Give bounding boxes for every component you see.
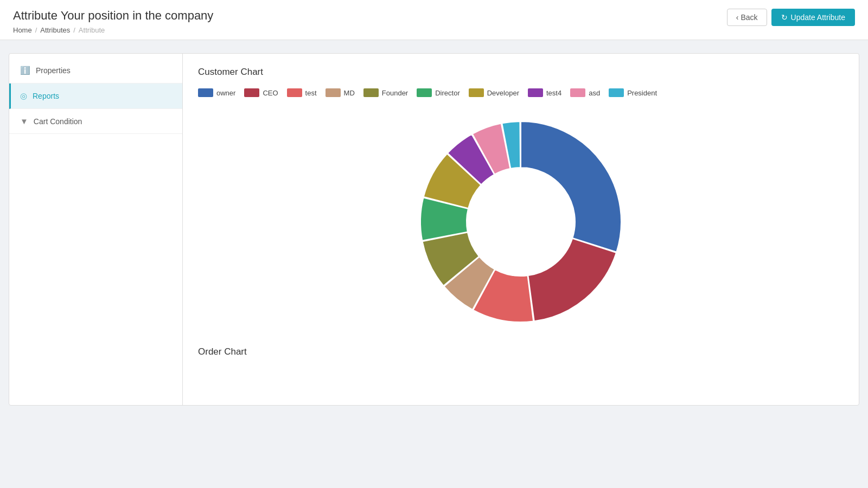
legend-color-asd	[570, 88, 585, 97]
legend-color-md	[326, 88, 341, 97]
breadcrumb-current: Attribute	[79, 26, 105, 34]
legend-label-developer: Developer	[487, 89, 519, 97]
back-button[interactable]: ‹ Back	[727, 9, 767, 26]
legend-item-director: Director	[417, 88, 460, 97]
update-attribute-button[interactable]: ↻ Update Attribute	[771, 9, 855, 26]
legend-color-test	[287, 88, 302, 97]
legend-item-ceo: CEO	[244, 88, 278, 97]
sidebar-item-cart-condition[interactable]: ▼ Cart Condition	[9, 109, 182, 134]
customer-chart-title: Customer Chart	[198, 67, 844, 78]
legend-color-ceo	[244, 88, 259, 97]
legend-label-founder: Founder	[382, 89, 408, 97]
legend-color-test4	[528, 88, 543, 97]
legend-color-president	[609, 88, 624, 97]
sidebar-item-properties[interactable]: ℹ️ Properties	[9, 58, 182, 84]
legend-label-md: MD	[344, 89, 355, 97]
content-panel: Customer Chart owner CEO test MD Founder…	[183, 54, 859, 405]
legend-label-owner: owner	[216, 89, 235, 97]
legend-color-developer	[469, 88, 484, 97]
legend-color-owner	[198, 88, 213, 97]
chart-legend: owner CEO test MD Founder Director Devel…	[198, 88, 844, 97]
legend-item-test4: test4	[528, 88, 561, 97]
main-content: ℹ️ Properties ◎ Reports ▼ Cart Condition…	[9, 53, 859, 406]
legend-label-test4: test4	[546, 89, 561, 97]
legend-label-president: President	[627, 89, 657, 97]
sidebar-item-reports[interactable]: ◎ Reports	[9, 84, 182, 109]
donut-center-circle	[467, 168, 575, 276]
legend-item-president: President	[609, 88, 657, 97]
refresh-icon: ↻	[781, 13, 788, 22]
page-header: Attribute Your position in the company H…	[0, 0, 868, 40]
legend-label-ceo: CEO	[263, 89, 278, 97]
filter-icon: ▼	[20, 117, 28, 126]
info-icon: ℹ️	[20, 66, 30, 75]
breadcrumb-home[interactable]: Home	[13, 26, 32, 34]
legend-item-md: MD	[326, 88, 355, 97]
donut-chart-svg	[407, 108, 635, 336]
legend-item-asd: asd	[570, 88, 600, 97]
chart-icon: ◎	[20, 91, 27, 101]
legend-item-test: test	[287, 88, 317, 97]
legend-item-owner: owner	[198, 88, 235, 97]
legend-label-asd: asd	[589, 89, 600, 97]
order-chart-title: Order Chart	[198, 346, 844, 357]
page-title: Attribute Your position in the company	[13, 9, 213, 23]
legend-color-director	[417, 88, 432, 97]
breadcrumb-attributes[interactable]: Attributes	[40, 26, 70, 34]
legend-label-test: test	[305, 89, 317, 97]
breadcrumb: Home / Attributes / Attribute	[13, 26, 213, 34]
chart-container	[198, 108, 844, 336]
sidebar: ℹ️ Properties ◎ Reports ▼ Cart Condition	[9, 54, 183, 405]
legend-item-founder: Founder	[363, 88, 408, 97]
chevron-left-icon: ‹	[736, 13, 739, 22]
legend-label-director: Director	[435, 89, 460, 97]
legend-color-founder	[363, 88, 379, 97]
header-actions: ‹ Back ↻ Update Attribute	[727, 9, 855, 26]
legend-item-developer: Developer	[469, 88, 519, 97]
